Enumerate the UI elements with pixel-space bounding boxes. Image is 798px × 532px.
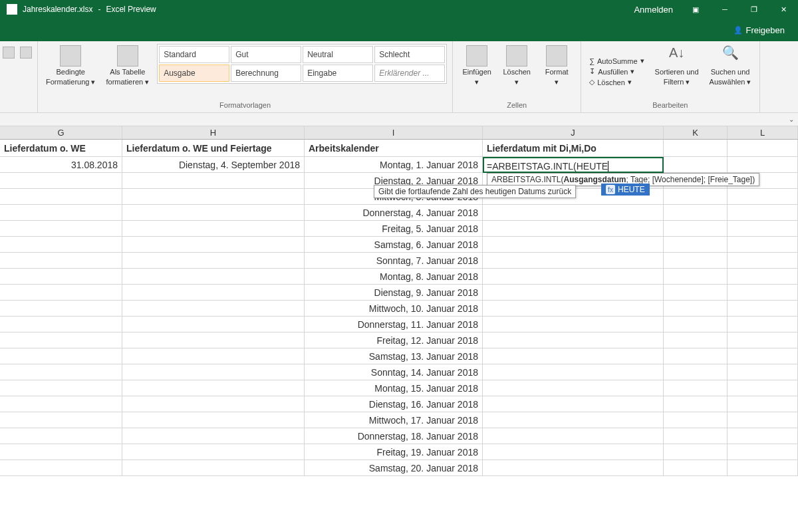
cell[interactable] (122, 428, 305, 444)
cell[interactable] (122, 173, 305, 189)
cell-date[interactable]: Freitag, 12. Januar 2018 (305, 332, 483, 348)
cell[interactable] (483, 285, 664, 301)
header-k[interactable] (664, 140, 728, 157)
cell[interactable] (728, 364, 798, 380)
style-schlecht[interactable]: Schlecht (374, 46, 445, 63)
header-g[interactable]: Lieferdatum o. WE (0, 140, 122, 157)
style-standard[interactable]: Standard (159, 46, 229, 63)
cell[interactable] (122, 460, 305, 476)
cell[interactable] (0, 205, 122, 221)
format-cells-button[interactable]: Format▾ (538, 44, 575, 87)
signin-button[interactable]: Anmelden (626, 5, 681, 15)
cell[interactable] (664, 380, 728, 396)
cell[interactable] (483, 348, 664, 364)
cell[interactable] (0, 269, 122, 285)
cell[interactable] (122, 205, 305, 221)
spreadsheet-grid[interactable]: Lieferdatum o. WE Lieferdatum o. WE und … (0, 140, 798, 476)
cell[interactable] (0, 285, 122, 301)
cell[interactable] (664, 269, 728, 285)
cell[interactable] (728, 317, 798, 332)
cell[interactable] (0, 412, 122, 428)
autosum-button[interactable]: ∑ AutoSumme ▾ (587, 56, 646, 66)
format-as-table-button[interactable]: Als Tabelle formatieren ▾ (103, 44, 152, 87)
cell-date[interactable]: Dienstag, 9. Januar 2018 (305, 285, 483, 301)
cell[interactable] (664, 317, 728, 332)
cell[interactable] (0, 396, 122, 412)
cell[interactable] (122, 380, 305, 396)
cell-date[interactable]: Mittwoch, 17. Januar 2018 (305, 412, 483, 428)
col-header-i[interactable]: I (305, 126, 483, 139)
cell[interactable] (664, 205, 728, 221)
cell[interactable] (664, 348, 728, 364)
col-header-h[interactable]: H (122, 126, 305, 139)
restore-button[interactable]: ❐ (739, 0, 769, 19)
formula-autocomplete-item[interactable]: fx HEUTE (601, 184, 650, 196)
col-header-g[interactable]: G (0, 126, 122, 139)
cell[interactable] (728, 332, 798, 348)
insert-cells-button[interactable]: Einfügen▾ (458, 44, 495, 87)
header-i[interactable]: Arbeitskalender (305, 140, 483, 157)
cell[interactable] (122, 269, 305, 285)
cell[interactable] (122, 348, 305, 364)
cell[interactable] (122, 221, 305, 237)
cell[interactable] (728, 269, 798, 285)
cell-g2[interactable]: 31.08.2018 (0, 157, 122, 173)
cell[interactable] (728, 380, 798, 396)
cell[interactable] (122, 301, 305, 317)
cell[interactable] (122, 189, 305, 205)
cell-date[interactable]: Donnerstag, 11. Januar 2018 (305, 317, 483, 332)
cell-date[interactable]: Sonntag, 7. Januar 2018 (305, 253, 483, 269)
cell[interactable] (664, 332, 728, 348)
cell-date[interactable]: Samstag, 6. Januar 2018 (305, 237, 483, 253)
maximize-restore-icon[interactable]: ▣ (681, 0, 710, 19)
cell[interactable] (0, 444, 122, 460)
cell[interactable] (0, 173, 122, 189)
cell[interactable] (728, 460, 798, 476)
cell-date[interactable]: Montag, 8. Januar 2018 (305, 269, 483, 285)
cell[interactable] (122, 396, 305, 412)
header-j[interactable]: Lieferdatum mit Di,Mi,Do (483, 140, 664, 157)
indent-decrease-icon[interactable] (3, 47, 15, 59)
cell[interactable] (0, 348, 122, 364)
cell[interactable] (664, 253, 728, 269)
cell[interactable] (728, 237, 798, 253)
cell-date[interactable]: Donnerstag, 4. Januar 2018 (305, 205, 483, 221)
style-ausgabe[interactable]: Ausgabe (159, 65, 229, 82)
style-gut[interactable]: Gut (231, 46, 301, 63)
sort-filter-button[interactable]: A↓ Sortieren und Filtern ▾ (652, 44, 702, 99)
cell[interactable] (728, 412, 798, 428)
cell[interactable] (0, 332, 122, 348)
cell[interactable] (483, 332, 664, 348)
col-header-l[interactable]: L (728, 126, 798, 139)
cell[interactable] (122, 253, 305, 269)
formula-bar-stub[interactable]: ⌄ (0, 113, 798, 126)
cell[interactable] (483, 237, 664, 253)
cell[interactable] (664, 364, 728, 380)
cell[interactable] (728, 396, 798, 412)
cell[interactable] (664, 428, 728, 444)
cell[interactable] (483, 380, 664, 396)
cell[interactable] (122, 317, 305, 332)
header-h[interactable]: Lieferdatum o. WE und Feiertage (122, 140, 305, 157)
cell[interactable] (0, 460, 122, 476)
cell[interactable] (483, 364, 664, 380)
cell[interactable] (728, 428, 798, 444)
cell-j2-editing[interactable]: =ARBEITSTAG.INTL(HEUTE (483, 157, 664, 173)
cell-date[interactable]: Dienstag, 16. Januar 2018 (305, 396, 483, 412)
cell[interactable] (483, 412, 664, 428)
cell-l2[interactable] (728, 157, 798, 173)
cell[interactable] (728, 348, 798, 364)
cell[interactable] (664, 460, 728, 476)
cell[interactable] (483, 301, 664, 317)
cell[interactable] (122, 237, 305, 253)
cell[interactable] (0, 301, 122, 317)
cell[interactable] (0, 428, 122, 444)
cell[interactable] (728, 221, 798, 237)
cell[interactable] (483, 205, 664, 221)
delete-cells-button[interactable]: Löschen▾ (498, 44, 535, 87)
cell[interactable] (483, 317, 664, 332)
cell-k2[interactable] (664, 157, 728, 173)
cell[interactable] (728, 301, 798, 317)
cell[interactable] (664, 412, 728, 428)
cell[interactable] (122, 332, 305, 348)
